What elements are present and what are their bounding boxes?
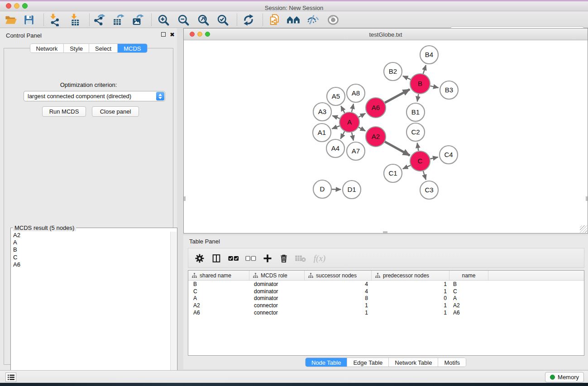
mcds-result-item[interactable]: B <box>11 246 170 253</box>
tab-style[interactable]: Style <box>63 44 89 52</box>
mcds-result-item[interactable]: A <box>11 239 170 246</box>
node-A6[interactable]: A6 <box>366 98 386 118</box>
scrollbar-mark[interactable] <box>184 196 186 201</box>
columns-icon[interactable] <box>209 252 224 265</box>
select-all-columns-icon[interactable] <box>226 252 241 265</box>
column-header-name[interactable]: name <box>449 271 488 280</box>
network-canvas[interactable]: B4B2BB3A8A5A6A3B1AA1C2A2A4A7C4CC1DD1C3 <box>184 40 588 233</box>
edge-B-B3[interactable] <box>430 86 438 88</box>
scrollbar-mark[interactable] <box>586 196 588 201</box>
node-B3[interactable]: B3 <box>440 81 458 99</box>
edge-B-B1[interactable] <box>417 94 419 102</box>
mcds-result-item[interactable]: C <box>11 254 170 261</box>
table-row[interactable]: Cdominator41C <box>188 288 584 295</box>
node-A[interactable]: A <box>339 112 359 132</box>
column-header-mcds-role[interactable]: MCDS role <box>249 271 305 280</box>
edge-A6-B[interactable] <box>385 89 410 103</box>
close-panel-button[interactable]: Close panel <box>92 106 139 117</box>
tab-network-table[interactable]: Network Table <box>388 358 438 367</box>
export-image-icon[interactable] <box>129 13 146 27</box>
deselect-all-columns-icon[interactable] <box>243 252 258 265</box>
node-B[interactable]: B <box>410 74 430 94</box>
edge-C-C1[interactable] <box>403 165 411 169</box>
node-A1[interactable]: A1 <box>313 124 331 142</box>
node-A4[interactable]: A4 <box>326 139 344 157</box>
open-file-icon[interactable] <box>3 13 19 27</box>
column-header-shared-name[interactable]: shared name <box>188 271 249 280</box>
first-neighbors-icon[interactable] <box>285 13 301 27</box>
edge-A-A1[interactable] <box>332 126 339 129</box>
edge-A-A7[interactable] <box>352 132 354 140</box>
export-table-icon[interactable] <box>110 13 126 27</box>
import-network-icon[interactable] <box>47 13 63 27</box>
node-A7[interactable]: A7 <box>347 142 365 160</box>
edge-A-A3[interactable] <box>332 116 339 119</box>
tab-network[interactable]: Network <box>30 44 63 52</box>
tab-edge-table[interactable]: Edge Table <box>347 358 388 367</box>
tab-mcds[interactable]: MCDS <box>117 44 147 52</box>
new-network-from-selection-icon[interactable] <box>266 13 282 27</box>
edge-C-C3[interactable] <box>423 171 426 180</box>
resize-grip[interactable] <box>580 225 587 233</box>
table-row[interactable]: Bdominator41B <box>188 281 584 288</box>
node-A5[interactable]: A5 <box>327 87 345 105</box>
edge-A-A8[interactable] <box>352 104 354 112</box>
node-C4[interactable]: C4 <box>440 146 458 164</box>
edge-C-C2[interactable] <box>417 143 419 151</box>
node-B2[interactable]: B2 <box>384 62 402 81</box>
node-A8[interactable]: A8 <box>347 84 365 102</box>
zoom-fit-icon[interactable] <box>195 13 211 27</box>
show-all-icon[interactable] <box>325 13 341 27</box>
table-row[interactable]: A2connector11A2 <box>188 302 584 309</box>
save-session-icon[interactable] <box>21 13 37 27</box>
node-B1[interactable]: B1 <box>406 103 425 121</box>
run-mcds-button[interactable]: Run MCDS <box>42 106 86 117</box>
scrollbar-track[interactable] <box>170 232 177 381</box>
node-D1[interactable]: D1 <box>343 181 361 199</box>
edge-A-A4[interactable] <box>340 131 344 139</box>
column-header-predecessor-nodes[interactable]: predecessor nodes <box>372 271 449 280</box>
tab-select[interactable]: Select <box>89 44 117 52</box>
node-C3[interactable]: C3 <box>420 181 438 199</box>
table-row[interactable]: Adominator80A <box>188 295 584 302</box>
node-C[interactable]: C <box>410 151 430 171</box>
tab-motifs[interactable]: Motifs <box>438 358 466 367</box>
delete-column-icon[interactable] <box>276 252 292 265</box>
add-column-icon[interactable] <box>260 252 275 265</box>
node-A2[interactable]: A2 <box>366 127 386 147</box>
node-A3[interactable]: A3 <box>313 103 331 121</box>
zoom-selected-icon[interactable] <box>215 13 231 27</box>
hide-selected-icon[interactable] <box>305 13 321 27</box>
zoom-out-icon[interactable] <box>175 13 191 27</box>
import-table-icon[interactable] <box>67 13 83 27</box>
column-header-successor-nodes[interactable]: successor nodes <box>305 271 372 280</box>
table-row[interactable]: A6connector11A6 <box>188 309 584 316</box>
node-B4[interactable]: B4 <box>420 46 438 64</box>
edge-A2-C[interactable] <box>385 142 410 155</box>
edge-A-A6[interactable] <box>359 114 365 117</box>
export-network-icon[interactable] <box>91 13 107 27</box>
refresh-icon[interactable] <box>240 13 257 27</box>
dropdown-stepper-icon[interactable] <box>156 92 164 100</box>
table-settings-icon[interactable] <box>192 252 207 265</box>
criterion-dropdown[interactable]: largest connected component (directed) <box>24 91 165 101</box>
node-C1[interactable]: C1 <box>384 164 402 182</box>
destroy-table-icon[interactable] <box>293 252 308 265</box>
edge-A-A5[interactable] <box>341 106 344 113</box>
edge-B-B2[interactable] <box>403 76 411 80</box>
scrollbar-mark[interactable] <box>383 231 387 233</box>
zoom-in-icon[interactable] <box>155 13 172 27</box>
function-builder-icon[interactable]: f(x) <box>310 252 330 265</box>
node-C2[interactable]: C2 <box>406 123 425 141</box>
node-D[interactable]: D <box>313 180 331 198</box>
edge-C-C4[interactable] <box>430 157 438 159</box>
close-panel-icon[interactable]: ✖ <box>170 32 175 38</box>
memory-button[interactable]: Memory <box>545 372 584 382</box>
mcds-result-item[interactable]: A6 <box>11 261 170 268</box>
mcds-result-item[interactable]: A2 <box>11 232 170 239</box>
edge-A-A2[interactable] <box>359 127 365 131</box>
edge-B-B4[interactable] <box>423 65 426 74</box>
tab-node-table[interactable]: Node Table <box>306 358 347 367</box>
float-panel-icon[interactable] <box>161 32 166 38</box>
task-history-button[interactable] <box>5 372 16 382</box>
